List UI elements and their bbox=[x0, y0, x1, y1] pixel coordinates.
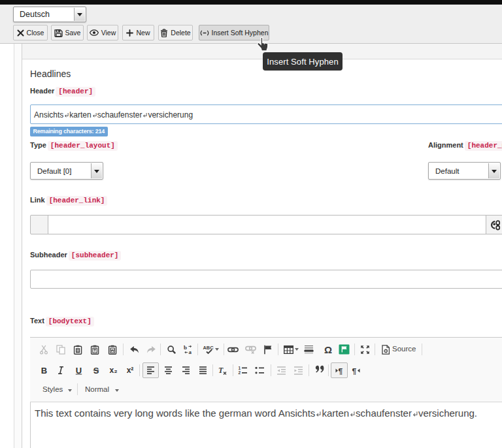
svg-text:b: b bbox=[184, 344, 187, 351]
svg-text:ABC: ABC bbox=[203, 345, 214, 351]
svg-text:2: 2 bbox=[239, 370, 241, 375]
svg-text:1: 1 bbox=[239, 366, 241, 370]
svg-text:¶: ¶ bbox=[352, 366, 356, 375]
svg-text:a: a bbox=[189, 349, 192, 355]
svg-text:T: T bbox=[218, 366, 224, 375]
svg-text:¶: ¶ bbox=[338, 366, 343, 375]
